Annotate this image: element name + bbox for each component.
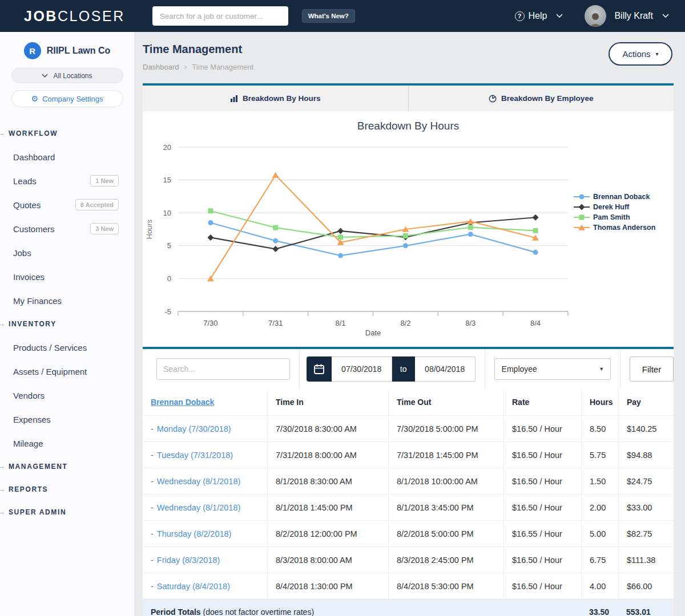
cell-time-out: 8/3/2018 2:45:00 PM xyxy=(388,547,503,573)
actions-button[interactable]: Actions ▾ xyxy=(609,42,672,66)
user-menu[interactable]: Billy Kraft xyxy=(614,11,669,21)
cell-time-in: 8/4/2018 1:30:00 PM xyxy=(267,573,388,599)
help-menu[interactable]: ? Help xyxy=(515,11,563,21)
section-collapse-icon: - - - xyxy=(0,509,9,516)
table-row: -Saturday (8/4/2018) 8/4/2018 1:30:00 PM… xyxy=(143,573,674,599)
sidebar-section-inventory[interactable]: - - -INVENTORY xyxy=(0,313,134,335)
sidebar-item-mileage[interactable]: Mileage xyxy=(0,431,134,455)
table-row: -Tuesday (7/31/2018) 7/31/2018 8:00:00 A… xyxy=(143,441,674,468)
sidebar-item-expenses[interactable]: Expenses xyxy=(0,407,134,431)
sidebar-item-invoices[interactable]: Invoices xyxy=(0,265,134,289)
day-prefix: - xyxy=(151,582,154,591)
cell-pay: $111.38 xyxy=(618,547,674,573)
app-logo[interactable]: JOBCLOSER xyxy=(24,8,125,25)
tab-breakdown-by-hours[interactable]: Breakdown By Hours xyxy=(143,86,408,111)
cell-time-out: 7/30/2018 5:00:00 PM xyxy=(388,416,503,442)
table-header-row: Brennan Doback Time In Time Out Rate Hou… xyxy=(143,389,674,415)
cell-pay: $33.00 xyxy=(618,495,674,521)
breadcrumb-dashboard[interactable]: Dashboard xyxy=(143,63,179,71)
locations-dropdown[interactable]: All Locations xyxy=(11,68,123,83)
logo-bold: JOB xyxy=(24,8,58,24)
svg-text:-5: -5 xyxy=(164,307,171,316)
locations-label: All Locations xyxy=(53,72,92,80)
whats-new-button[interactable]: What's New? xyxy=(302,9,355,23)
sidebar-item-products-services[interactable]: Products / Services xyxy=(0,335,134,359)
day-link[interactable]: Monday (7/30/2018) xyxy=(157,424,231,433)
circle-marker-icon xyxy=(574,193,590,200)
sidebar-item-vendors[interactable]: Vendors xyxy=(0,383,134,407)
chart-card: Breakdown By Hours Breakdown By Employee… xyxy=(143,83,674,347)
pie-chart-icon xyxy=(489,95,497,103)
global-search-input[interactable] xyxy=(152,6,288,26)
sidebar-section-reports[interactable]: - - -REPORTS xyxy=(0,478,134,501)
day-link[interactable]: Thursday (8/2/2018) xyxy=(157,529,232,538)
user-avatar[interactable] xyxy=(585,5,606,27)
timesheet-table: Brennan Doback Time In Time Out Rate Hou… xyxy=(143,389,674,616)
help-icon: ? xyxy=(515,11,525,21)
sidebar-section-workflow[interactable]: - - -WORKFLOW xyxy=(0,122,134,145)
company-avatar: R xyxy=(24,42,41,59)
legend-item-thomas-anderson[interactable]: Thomas Anderson xyxy=(574,224,674,232)
sidebar-section-management[interactable]: - - -MANAGEMENT xyxy=(0,455,134,478)
filter-bar: to Employee ▼ Filter xyxy=(143,349,674,389)
company-settings-button[interactable]: ⚙ Company Settings xyxy=(11,90,123,107)
count-badge: 3 New xyxy=(90,223,119,234)
hours-line-chart[interactable]: -5051015207/307/318/18/28/38/4DateHours xyxy=(143,135,574,341)
section-collapse-icon: - - - xyxy=(0,130,9,137)
section-collapse-icon: - - - xyxy=(0,463,9,470)
chevron-down-icon xyxy=(556,14,563,18)
day-link[interactable]: Saturday (8/4/2018) xyxy=(157,582,230,591)
cell-time-out: 8/2/2018 5:00:00 PM xyxy=(388,521,503,547)
sidebar-item-customers[interactable]: Customers3 New xyxy=(0,217,134,241)
sidebar-item-jobs[interactable]: Jobs xyxy=(0,241,134,265)
day-prefix: - xyxy=(151,529,154,538)
day-link[interactable]: Wednesday (8/1/2018) xyxy=(157,477,240,486)
svg-text:8/4: 8/4 xyxy=(530,319,541,327)
svg-text:10: 10 xyxy=(163,209,171,217)
cell-hours: 5.00 xyxy=(581,521,618,547)
cell-pay: $94.88 xyxy=(618,442,674,468)
date-from-input[interactable] xyxy=(332,356,392,382)
total-hours: 33.50 xyxy=(581,607,618,616)
total-pay: 553.01 xyxy=(618,607,674,616)
date-to-input[interactable] xyxy=(415,356,476,382)
sidebar-item-leads[interactable]: Leads1 New xyxy=(0,169,134,193)
sidebar-item-my-finances[interactable]: My Finances xyxy=(0,289,134,313)
breadcrumb-separator-icon: › xyxy=(184,62,187,71)
cell-hours: 8.50 xyxy=(581,416,618,442)
sidebar-item-assets-equipment[interactable]: Assets / Equipment xyxy=(0,359,134,383)
day-link[interactable]: Friday (8/3/2018) xyxy=(157,556,220,565)
cell-hours: 5.75 xyxy=(581,442,618,468)
cell-time-out: 7/31/2018 1:45:00 PM xyxy=(388,442,503,468)
page-header: Time Management Dashboard › Time Managem… xyxy=(143,32,674,83)
svg-text:7/30: 7/30 xyxy=(203,319,217,327)
filter-button[interactable]: Filter xyxy=(630,356,674,382)
actions-label: Actions xyxy=(622,49,650,59)
legend-item-pam-smith[interactable]: Pam Smith xyxy=(574,213,674,221)
table-row: -Friday (8/3/2018) 8/3/2018 8:00:00 AM 8… xyxy=(143,546,674,573)
tab-breakdown-by-employee[interactable]: Breakdown By Employee xyxy=(408,86,674,111)
day-link[interactable]: Tuesday (7/31/2018) xyxy=(157,451,233,460)
svg-text:20: 20 xyxy=(163,143,171,152)
employee-link[interactable]: Brennan Doback xyxy=(151,398,214,407)
table-search-input[interactable] xyxy=(156,358,290,380)
cell-time-in: 8/1/2018 8:30:00 AM xyxy=(267,468,388,495)
column-header-pay: Pay xyxy=(618,389,674,415)
legend-item-derek-huff[interactable]: Derek Huff xyxy=(574,203,674,211)
day-link[interactable]: Wednesday (8/1/2018) xyxy=(157,503,240,512)
count-badge: 8 Accepted xyxy=(75,199,119,210)
calendar-button[interactable] xyxy=(307,356,332,382)
sidebar-item-dashboard[interactable]: Dashboard xyxy=(0,145,134,169)
sidebar-section-super-admin[interactable]: - - -SUPER ADMIN xyxy=(0,501,134,524)
legend-item-brennan-doback[interactable]: Brennan Doback xyxy=(574,193,674,201)
svg-text:15: 15 xyxy=(163,176,171,184)
cell-pay: $24.75 xyxy=(618,468,674,495)
sidebar-item-quotes[interactable]: Quotes8 Accepted xyxy=(0,193,134,217)
day-prefix: - xyxy=(151,424,154,433)
employee-select[interactable]: Employee ▼ xyxy=(494,358,611,380)
period-totals-label: Period Totals xyxy=(151,607,201,616)
svg-text:8/3: 8/3 xyxy=(465,319,476,327)
legend-label: Derek Huff xyxy=(593,203,629,211)
person-icon xyxy=(587,11,604,27)
diamond-marker-icon xyxy=(574,204,590,210)
